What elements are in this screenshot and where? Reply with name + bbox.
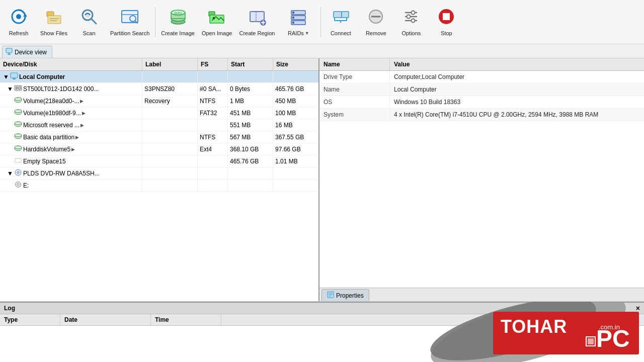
svg-point-67 — [15, 134, 22, 137]
options-button[interactable]: Options — [393, 2, 429, 42]
svg-point-46 — [412, 19, 415, 23]
start-cell: 368.10 GB — [228, 143, 273, 155]
dvd-icon — [14, 169, 22, 177]
table-row[interactable]: Volume(218ea0d0-... ▶ Recovery NTFS 1 MB… — [0, 95, 318, 107]
stop-button[interactable]: Stop — [429, 2, 464, 42]
props-row-system: System 4 x Intel(R) Core(TM) i7-4510U CP… — [319, 109, 644, 121]
refresh-button[interactable]: Refresh — [1, 2, 36, 42]
size-cell: 100 MB — [273, 107, 318, 119]
stop-label: Stop — [441, 30, 452, 36]
label-cell — [142, 71, 198, 82]
svg-rect-52 — [11, 73, 18, 78]
col-fs: FS — [198, 58, 228, 70]
open-image-icon — [208, 8, 226, 28]
props-col-name: Name — [319, 58, 390, 70]
device-name-cell: Volume(218ea0d0-... ▶ — [0, 95, 142, 107]
create-region-label: Create Region — [239, 30, 275, 36]
log-col-time: Time — [151, 314, 221, 325]
chevron-icon[interactable]: ▶ — [80, 123, 84, 128]
connect-button[interactable]: Connect — [323, 2, 358, 42]
table-row[interactable]: Empty Space15 465.76 GB 1.01 MB — [0, 155, 318, 167]
expand-icon[interactable]: ▼ — [7, 85, 13, 93]
device-name-cell: ▼ Local Computer — [0, 71, 142, 82]
label-cell — [142, 179, 198, 191]
stop-icon — [437, 8, 455, 28]
svg-point-69 — [15, 146, 22, 149]
table-row[interactable]: Volume(e1b980df-9... ▶ FAT32 451 MB 100 … — [0, 107, 318, 119]
fs-cell — [198, 167, 228, 179]
partition-icon — [14, 97, 22, 105]
scan-icon — [80, 8, 98, 28]
device-tree: ▼ Local Computer — [0, 71, 318, 301]
create-region-button[interactable]: Create Region — [235, 2, 278, 42]
partition-search-label: Partition Search — [110, 30, 149, 36]
remove-label: Remove — [366, 30, 386, 36]
expand-icon[interactable]: ▼ — [2, 73, 9, 80]
toolbar: Refresh Show Files Scan — [0, 0, 644, 44]
create-image-button[interactable]: IMG Create Image — [157, 2, 198, 42]
table-row[interactable]: Basic data partition ▶ NTFS 567 MB 367.5… — [0, 131, 318, 143]
expand-icon[interactable]: ▼ — [7, 170, 13, 177]
partition-search-button[interactable]: Partition Search — [107, 2, 153, 42]
remove-icon — [367, 8, 385, 28]
raids-button[interactable]: RAIDs ▼ — [278, 2, 318, 42]
svg-line-8 — [91, 19, 96, 24]
label-cell — [142, 167, 198, 179]
log-panel: Log × Type Date Time — [0, 302, 644, 362]
chevron-icon[interactable]: ▶ — [80, 99, 84, 104]
harddisk-label: HarddiskVolume5 — [23, 146, 70, 153]
svg-rect-33 — [334, 12, 342, 18]
properties-tab[interactable]: Properties — [321, 289, 369, 301]
svg-rect-49 — [6, 48, 12, 53]
svg-rect-34 — [342, 12, 349, 18]
show-files-button[interactable]: Show Files — [36, 2, 71, 42]
start-cell — [228, 167, 273, 179]
dvd-label: PLDS DVD-RW DA8A5SH... — [23, 170, 100, 177]
table-row[interactable]: HarddiskVolume5 ▶ Ext4 368.10 GB 97.66 G… — [0, 143, 318, 155]
table-row[interactable]: Microsoft reserved ... ▶ 551 MB 16 MB — [0, 119, 318, 131]
log-col-type: Type — [0, 314, 60, 325]
open-image-button[interactable]: Open Image — [198, 2, 236, 42]
drive-e-icon — [14, 181, 22, 190]
label-cell: Recovery — [142, 95, 198, 107]
chevron-icon[interactable]: ▶ — [71, 147, 75, 152]
svg-rect-4 — [48, 16, 61, 24]
table-row[interactable]: ▼ PLDS DVD-RW DA8A5SH... — [0, 167, 318, 179]
label-cell — [142, 107, 198, 119]
chevron-icon[interactable]: ▶ — [75, 135, 79, 140]
remove-button[interactable]: Remove — [358, 2, 393, 42]
create-image-label: Create Image — [161, 30, 195, 36]
device-name-cell: Empty Space15 — [0, 155, 142, 167]
col-label: Label — [142, 58, 198, 70]
device-view-tab[interactable]: Device view — [2, 46, 52, 58]
svg-rect-20 — [210, 15, 224, 23]
device-name-cell: ▼ ST500LT012-1DG142 000... — [0, 83, 142, 95]
chevron-icon[interactable]: ▶ — [82, 111, 86, 116]
empty-space-icon — [14, 157, 22, 165]
size-cell: 465.76 GB — [273, 83, 318, 95]
scan-button[interactable]: Scan — [71, 2, 107, 42]
col-device-disk: Device/Disk — [0, 58, 142, 70]
table-row[interactable]: ▼ ST500LT012-1DG142 000... S3PNSZ80 #0 S… — [0, 83, 318, 95]
size-cell: 450 MB — [273, 95, 318, 107]
svg-rect-28 — [292, 12, 294, 14]
props-value-name: Local Computer — [390, 83, 644, 96]
drive-e-label: E: — [23, 182, 29, 189]
volume-label: Volume(218ea0d0-... — [23, 98, 79, 105]
fs-cell — [198, 155, 228, 167]
hdd-icon — [14, 84, 22, 93]
label-cell — [142, 155, 198, 167]
svg-point-61 — [15, 98, 22, 101]
options-label: Options — [401, 30, 421, 36]
table-row[interactable]: ▼ Local Computer — [0, 71, 318, 83]
partition-search-icon — [121, 8, 139, 28]
props-name-os: OS — [319, 96, 390, 108]
label-cell — [142, 119, 198, 131]
log-close-button[interactable]: × — [636, 304, 640, 312]
size-cell: 1.01 MB — [273, 155, 318, 167]
col-start: Start — [228, 58, 273, 70]
tab-bar: Device view — [0, 44, 644, 58]
fs-cell: FAT32 — [198, 107, 228, 119]
log-body — [0, 326, 644, 362]
table-row[interactable]: E: — [0, 179, 318, 192]
